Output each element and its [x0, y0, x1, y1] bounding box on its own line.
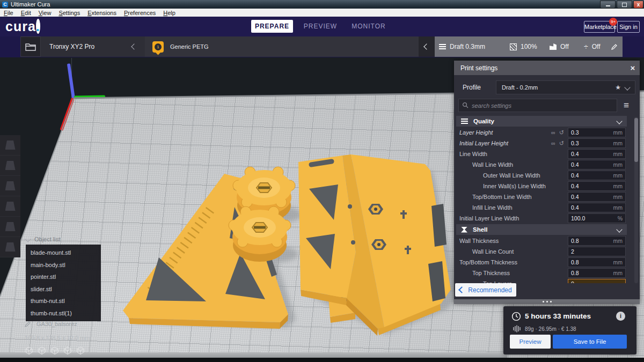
restore-button[interactable] [617, 1, 632, 9]
move-tool-button[interactable] [0, 135, 20, 156]
preview-button[interactable]: Preview [510, 335, 551, 349]
menu-file[interactable]: File [0, 10, 17, 16]
close-button[interactable]: x [633, 1, 643, 9]
category-quality[interactable]: Quality [456, 116, 627, 127]
setting-value-field[interactable]: 0.4mm [568, 181, 626, 191]
setting-value-field[interactable]: 0.3mm [568, 128, 626, 137]
model-main-body[interactable] [298, 154, 451, 336]
setting-row-infill-line-width[interactable]: Infill Line Width0.4mm [454, 202, 640, 213]
setting-value-field[interactable]: 0.4mm [568, 203, 626, 212]
category-shell[interactable]: Shell [456, 224, 627, 235]
setting-value-field[interactable]: 0.3mm [568, 138, 626, 148]
view-3d-icon[interactable] [25, 346, 33, 355]
marketplace-badge: 9+ [609, 18, 617, 26]
revert-icon[interactable]: ↺ [559, 130, 564, 136]
support-blocker-tool-button[interactable] [0, 237, 20, 257]
scrollbar-thumb[interactable] [634, 118, 638, 162]
setting-row-wall-line-width[interactable]: Wall Line Width0.4mm [454, 159, 640, 170]
tab-monitor[interactable]: MONITOR [348, 20, 390, 33]
chevron-down-icon [624, 84, 630, 90]
setting-value-field[interactable]: 0.8mm [568, 257, 626, 267]
setting-row-top-bottom-thickness[interactable]: Top/Bottom Thickness0.8mm [454, 257, 640, 268]
minimize-button[interactable] [600, 1, 616, 9]
menu-view[interactable]: View [35, 10, 55, 16]
profile-dropdown[interactable]: Draft - 0.2mm ★ [496, 80, 635, 94]
setting-row-layer-height[interactable]: Layer Height∞↺0.3mm [454, 127, 640, 138]
setting-row-line-width[interactable]: Line Width0.4mm [454, 149, 640, 159]
setting-value-field[interactable]: 0.4mm [568, 171, 626, 180]
setting-value-field[interactable]: 0.4mm [568, 149, 626, 159]
menu-settings[interactable]: Settings [55, 10, 84, 16]
view-left-icon[interactable] [63, 346, 72, 355]
object-list-item[interactable]: blade-mount.stl [26, 247, 101, 259]
tab-preview[interactable]: PREVIEW [299, 20, 341, 33]
mirror-tool-button[interactable] [0, 196, 20, 217]
setting-value: 0 [568, 280, 623, 283]
setting-row-wall-thickness[interactable]: Wall Thickness0.8mm [454, 235, 640, 246]
link-icon[interactable]: ∞ [551, 141, 555, 146]
setting-label: Initial Layer Line Width [459, 215, 568, 221]
window-title: Ultimaker Cura [11, 1, 50, 8]
object-list-item[interactable]: thumb-nut.stl [26, 295, 101, 307]
setting-row-top-thickness[interactable]: Top Thickness0.8mm [454, 268, 640, 278]
setting-unit: mm [613, 161, 626, 168]
object-list-item[interactable]: pointer.stl [26, 271, 101, 283]
sign-in-button[interactable]: Sign in [617, 21, 640, 33]
setting-value-field[interactable]: 0.8mm [568, 236, 626, 246]
settings-menu-icon[interactable]: ≡ [617, 100, 635, 111]
object-list-header[interactable]: Object list [26, 236, 60, 242]
rotate-tool-button[interactable] [0, 176, 20, 196]
menu-help[interactable]: Help [159, 10, 179, 16]
object-list-item[interactable]: slider.stl [26, 283, 101, 295]
print-settings-summary[interactable]: Draft 0.3mm 100% Off ÷Off [435, 36, 623, 57]
print-settings-header[interactable]: Print settings × [454, 61, 640, 75]
setting-row-initial-layer-height[interactable]: Initial Layer Height∞↺0.3mm [454, 138, 640, 149]
view-cubes [25, 346, 85, 355]
setting-row-top-layers[interactable]: Top Layers0 [454, 278, 640, 283]
setting-value-field[interactable]: 100.0% [568, 213, 626, 223]
setting-label: Inner Wall(s) Line Width [459, 183, 568, 189]
view-top-icon[interactable] [50, 346, 59, 355]
setting-value-field[interactable]: 0.8mm [568, 268, 626, 278]
category-label: Quality [473, 118, 494, 124]
panel-collapse-button[interactable] [419, 36, 435, 57]
print-settings-panel: Print settings × Profile Draft - 0.2mm ★… [454, 61, 640, 304]
setting-row-outer-wall-line-width[interactable]: Outer Wall Line Width0.4mm [454, 170, 640, 181]
material-selector[interactable]: 1 Generic PETG [145, 36, 419, 57]
printer-selector[interactable]: Tronxy XY2 Pro [41, 36, 145, 57]
open-file-button[interactable] [20, 36, 41, 57]
menu-edit[interactable]: Edit [17, 10, 35, 16]
setting-value-field[interactable]: 0.4mm [568, 192, 626, 202]
save-to-file-button[interactable]: Save to File [553, 335, 627, 349]
menu-extensions[interactable]: Extensions [84, 10, 120, 16]
setting-value-field[interactable]: 0.4mm [568, 160, 626, 169]
setting-row-wall-line-count[interactable]: Wall Line Count2 [454, 246, 640, 257]
star-icon[interactable]: ★ [615, 84, 621, 91]
info-icon[interactable]: i [616, 312, 625, 321]
object-list-item[interactable]: main-body.stl [26, 259, 101, 271]
recommended-button[interactable]: Recommended [455, 283, 516, 297]
project-name-row[interactable]: GA30_balsorez [25, 321, 77, 327]
setting-value-field[interactable]: 0 [568, 279, 626, 283]
object-list-item[interactable]: thumb-nut.stl(1) [26, 307, 101, 320]
setting-row-inner-wall-s-line-width[interactable]: Inner Wall(s) Line Width0.4mm [454, 181, 640, 191]
profile-label: Profile [454, 84, 496, 91]
tab-prepare[interactable]: PREPARE [251, 20, 293, 33]
setting-value-field[interactable]: 2 [568, 247, 626, 256]
settings-list: QualityLayer Height∞↺0.3mmInitial Layer … [454, 115, 640, 283]
view-front-icon[interactable] [38, 346, 46, 355]
close-icon[interactable]: × [626, 63, 640, 72]
menu-preferences[interactable]: Preferences [120, 10, 159, 16]
filament-icon [513, 324, 522, 333]
revert-icon[interactable]: ↺ [559, 141, 564, 146]
search-input[interactable] [458, 99, 617, 112]
setting-row-top-bottom-line-width[interactable]: Top/Bottom Line Width0.4mm [454, 191, 640, 202]
setting-row-initial-layer-line-width[interactable]: Initial Layer Line Width100.0% [454, 213, 640, 224]
view-right-icon[interactable] [76, 346, 85, 355]
per-model-settings-tool-button[interactable] [0, 217, 20, 237]
link-icon[interactable]: ∞ [551, 130, 555, 136]
scale-tool-button[interactable] [0, 156, 20, 176]
setting-value: 0.4 [568, 194, 613, 200]
panel-drag-handle[interactable] [454, 299, 640, 304]
settings-scrollbar[interactable] [634, 117, 638, 283]
